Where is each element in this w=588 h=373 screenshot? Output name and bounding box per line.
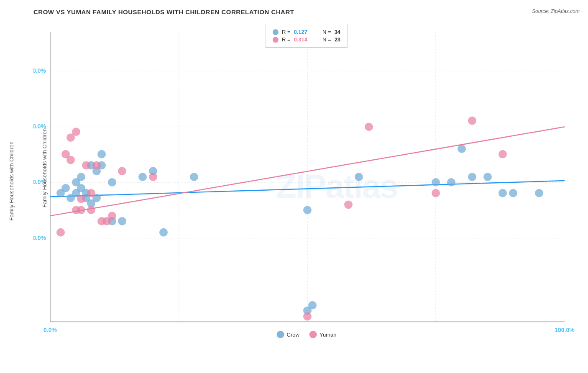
yuman-point — [77, 195, 85, 203]
yuman-point — [499, 150, 507, 158]
crow-point — [308, 301, 317, 309]
crow-point — [138, 173, 147, 181]
bottom-legend: Crow Yuman — [277, 331, 337, 338]
yuman-point — [87, 206, 95, 214]
crow-point — [61, 184, 70, 192]
crow-point — [303, 206, 312, 214]
legend-yuman-n-label: N = — [322, 36, 331, 43]
yuman-point — [92, 161, 101, 169]
svg-text:20.0%: 20.0% — [33, 235, 46, 241]
crow-point — [97, 150, 106, 158]
yuman-point — [56, 228, 65, 237]
crow-point — [432, 178, 440, 186]
legend-crow-row: R = 0.127 N = 34 — [273, 29, 340, 35]
legend-yuman-r-value: 0.314 — [294, 36, 307, 43]
yuman-point — [149, 173, 157, 181]
yuman-point — [303, 312, 312, 321]
legend-crow-r-label: R = — [282, 29, 291, 35]
bottom-yuman-label: Yuman — [320, 332, 336, 338]
crow-point — [159, 228, 168, 237]
crow-point — [77, 173, 85, 181]
crow-point — [118, 217, 126, 225]
legend-crow-r-value: 0.127 — [294, 29, 307, 35]
yuman-point — [77, 206, 85, 214]
yuman-point — [87, 189, 95, 197]
crow-point — [355, 173, 363, 181]
legend-yuman-row: R = 0.314 N = 23 — [273, 36, 340, 43]
bottom-legend-crow: Crow — [277, 331, 299, 338]
crow-point — [447, 178, 455, 186]
chart-title: CROW VS YUMAN FAMILY HOUSEHOLDS WITH CHI… — [33, 8, 580, 15]
legend-yuman-r-label: R = — [282, 36, 291, 43]
legend-crow-n-label: N = — [322, 29, 331, 35]
source-label: Source: ZipAtlas.com — [532, 8, 580, 14]
legend-box: R = 0.127 N = 34 R = 0.314 N = 23 — [266, 24, 348, 48]
chart-area: Family Households with Children — [33, 20, 580, 342]
yuman-point — [344, 201, 353, 209]
yuman-point — [72, 128, 80, 136]
legend-crow-n-value: 34 — [335, 29, 340, 35]
legend-yuman-n-value: 23 — [335, 36, 340, 43]
crow-point — [458, 145, 466, 153]
bottom-crow-dot — [277, 331, 284, 338]
y-axis-label: Family Households with Children — [8, 141, 15, 220]
yuman-point — [468, 117, 476, 125]
svg-text:0.0%: 0.0% — [43, 327, 57, 333]
yuman-point — [82, 161, 90, 169]
yuman-point — [108, 212, 116, 220]
chart-container: CROW VS YUMAN FAMILY HOUSEHOLDS WITH CHI… — [0, 0, 588, 373]
bottom-crow-label: Crow — [287, 332, 299, 338]
crow-point — [535, 189, 543, 197]
svg-text:100.0%: 100.0% — [555, 327, 574, 333]
crow-point — [468, 173, 476, 181]
yuman-point — [432, 189, 440, 197]
yuman-point — [66, 156, 75, 164]
crow-point — [509, 189, 517, 197]
crow-point — [499, 189, 507, 197]
bottom-legend-yuman: Yuman — [309, 331, 336, 338]
legend-crow-dot — [273, 29, 279, 35]
bottom-yuman-dot — [309, 331, 317, 338]
crow-point — [483, 173, 492, 181]
crow-point — [108, 178, 116, 186]
svg-text:50.0%: 50.0% — [33, 67, 46, 74]
y-axis-label: Family Households with Children — [41, 128, 48, 207]
legend-yuman-dot — [273, 37, 279, 43]
yuman-point — [365, 123, 373, 131]
scatter-chart: 50.0% 40.0% 30.0% 20.0% 0.0% 100.0% ZIPa… — [33, 20, 580, 342]
yuman-point — [118, 167, 126, 175]
crow-point — [190, 173, 198, 181]
